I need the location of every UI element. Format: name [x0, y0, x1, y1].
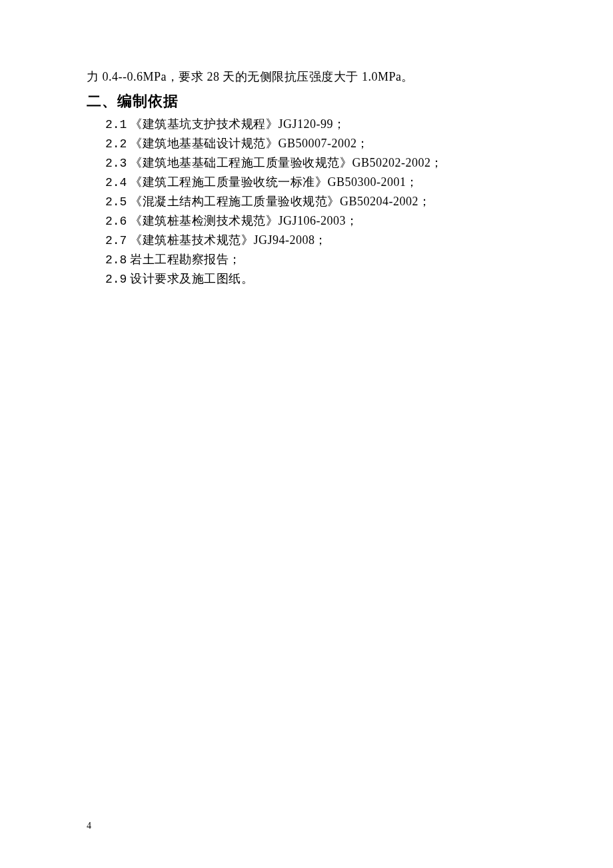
item-text: 《建筑桩基检测技术规范》JGJ106-2003； [130, 214, 358, 227]
list-item: 2.1 《建筑基坑支护技术规程》JGJ120-99； [87, 115, 526, 134]
list-item: 2.4 《建筑工程施工质量验收统一标准》GB50300-2001； [87, 173, 526, 192]
item-text: 《建筑工程施工质量验收统一标准》GB50300-2001； [130, 175, 418, 189]
item-text: 岩土工程勘察报告； [130, 253, 241, 266]
document-content: 力 0.4--0.6MPa，要求 28 天的无侧限抗压强度大于 1.0MPa。 … [0, 0, 613, 289]
item-text: 《建筑基坑支护技术规程》JGJ120-99； [130, 117, 345, 131]
paragraph-continuation: 力 0.4--0.6MPa，要求 28 天的无侧限抗压强度大于 1.0MPa。 [87, 67, 526, 87]
page-number: 4 [87, 821, 91, 831]
item-number: 2.6 [105, 215, 127, 228]
item-text: 《建筑地基基础设计规范》GB50007-2002； [130, 137, 369, 150]
item-text: 《建筑桩基技术规范》JGJ94-2008； [130, 233, 327, 247]
list-item: 2.8 岩土工程勘察报告； [87, 251, 526, 269]
list-item: 2.6 《建筑桩基检测技术规范》JGJ106-2003； [87, 212, 526, 231]
list-item: 2.2 《建筑地基基础设计规范》GB50007-2002； [87, 135, 526, 153]
list-item: 2.5 《混凝土结构工程施工质量验收规范》GB50204-2002； [87, 193, 526, 211]
list-item: 2.3 《建筑地基基础工程施工质量验收规范》GB50202-2002； [87, 154, 526, 173]
section-heading: 二、编制依据 [87, 91, 526, 111]
list-item: 2.7 《建筑桩基技术规范》JGJ94-2008； [87, 231, 526, 250]
item-number: 2.5 [105, 195, 127, 209]
item-number: 2.7 [105, 234, 127, 247]
item-number: 2.9 [105, 273, 127, 286]
item-text: 《混凝土结构工程施工质量验收规范》GB50204-2002； [130, 195, 430, 208]
item-number: 2.1 [105, 118, 127, 131]
item-number: 2.2 [105, 137, 127, 151]
item-number: 2.8 [105, 253, 127, 267]
reference-list: 2.1 《建筑基坑支护技术规程》JGJ120-99； 2.2 《建筑地基基础设计… [87, 115, 526, 289]
item-number: 2.4 [105, 176, 127, 189]
item-number: 2.3 [105, 157, 127, 170]
item-text: 设计要求及施工图纸。 [130, 272, 253, 285]
list-item: 2.9 设计要求及施工图纸。 [87, 270, 526, 289]
item-text: 《建筑地基基础工程施工质量验收规范》GB50202-2002； [130, 156, 443, 169]
